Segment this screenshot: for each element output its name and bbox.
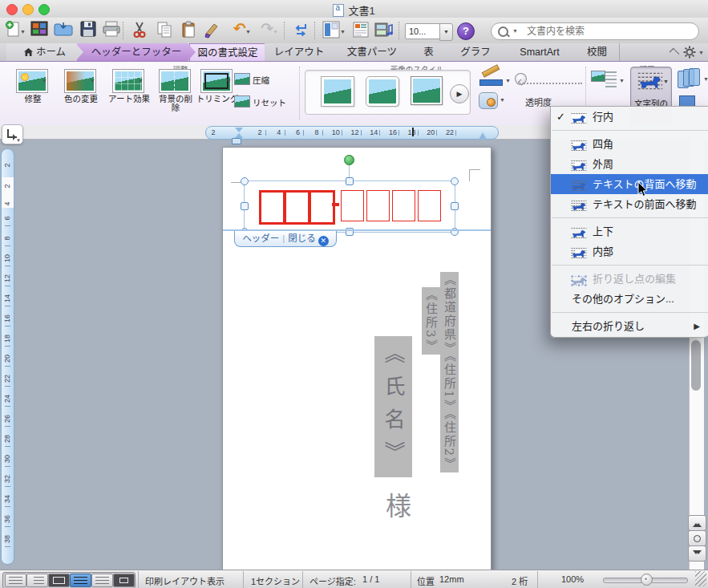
search-field[interactable]: ▼ (491, 22, 699, 40)
position-button[interactable] (589, 69, 623, 93)
zoom-combobox[interactable]: 10... (405, 23, 440, 39)
tab-layout[interactable]: レイアウト (265, 43, 334, 61)
reorder-dropdown[interactable]: ▼ (703, 76, 708, 82)
print-layout-view-button[interactable] (70, 574, 91, 587)
outline-view-button[interactable] (26, 574, 48, 587)
format-painter-button[interactable] (202, 21, 223, 40)
reset-button[interactable]: リセット (234, 95, 295, 112)
merge-field-name[interactable]: 《氏名》 (374, 336, 412, 477)
cut-button[interactable] (129, 21, 150, 40)
corrections-button[interactable]: ▼修整 (8, 70, 58, 120)
select-browse-object-button[interactable] (688, 530, 706, 546)
title-bar[interactable]: 文書1 (0, 0, 708, 18)
header-tab[interactable]: ヘッダー|閉じる✕ (234, 231, 337, 247)
more-styles-button[interactable]: ▶ (450, 84, 469, 103)
tab-table[interactable]: 表 (411, 43, 447, 61)
tab-picture-format[interactable]: 図の書式設定 (189, 43, 266, 62)
align-button[interactable] (679, 95, 695, 107)
tab-document-elements[interactable]: 文書パーツ (334, 43, 411, 61)
menu-item-top-bottom[interactable]: 上下 (551, 221, 708, 241)
vertical-scrollbar-thumb[interactable] (691, 340, 701, 391)
picture-style-2[interactable] (366, 77, 399, 106)
picture-style-1[interactable] (322, 77, 354, 106)
horizontal-ruler[interactable]: 2246810121416182022 (205, 126, 499, 140)
merge-field-address3[interactable]: 《住所3》 (422, 287, 440, 355)
form-gallery-button[interactable] (350, 21, 371, 40)
rotation-handle[interactable] (344, 155, 354, 165)
tab-chart[interactable]: グラフ (447, 43, 505, 61)
help-button[interactable]: ? (457, 22, 475, 40)
right-indent-marker[interactable] (479, 128, 487, 140)
ribbon-settings-dropdown[interactable]: ▼ (698, 50, 704, 55)
close-header-icon[interactable]: ✕ (318, 236, 329, 246)
document-page[interactable]: ヘッダー|閉じる✕ 《都道府県》《住所1》《住所2》 《住所3》 《氏名》 様 (222, 147, 492, 588)
tab-review[interactable]: 校閲 (575, 43, 620, 61)
artistic-effects-button[interactable]: ▼アート効果 (104, 70, 154, 120)
new-document-dropdown[interactable]: ▼ (20, 29, 26, 34)
reorder-objects-button[interactable] (678, 68, 706, 91)
save-button[interactable] (78, 21, 99, 40)
columns-layout-dropdown[interactable]: ▼ (340, 29, 346, 34)
tab-smartart[interactable]: SmartArt (504, 43, 576, 61)
tab-home[interactable]: ホーム (6, 43, 83, 61)
ribbon-settings-gear-icon[interactable] (683, 46, 696, 62)
menu-item-through[interactable]: 内部 (551, 241, 708, 262)
picture-effects-dropdown[interactable]: ▼ (500, 97, 505, 103)
zoom-slider-knob[interactable] (641, 574, 653, 586)
open-button[interactable] (53, 21, 74, 40)
transparency-slider[interactable] (515, 73, 584, 89)
undo-dropdown[interactable]: ▼ (245, 29, 251, 34)
menu-item-square[interactable]: 四角 (551, 134, 708, 154)
header-close-label[interactable]: 閉じる (288, 233, 316, 243)
corrections-dropdown[interactable]: ▼ (42, 78, 47, 83)
menu-item-more-options[interactable]: その他のオプション... (551, 289, 708, 309)
insert-break-button[interactable] (291, 21, 312, 40)
position-dropdown[interactable]: ▼ (619, 78, 625, 83)
notebook-view-button[interactable] (91, 574, 113, 587)
artistic-effects-dropdown[interactable]: ▼ (138, 78, 144, 83)
media-browser-button[interactable] (374, 21, 394, 40)
publishing-view-button[interactable] (48, 574, 70, 587)
paste-button[interactable] (178, 21, 199, 40)
picture-border-dropdown[interactable]: ▼ (505, 78, 511, 83)
window-resize-grip[interactable] (695, 571, 706, 586)
honorific-text[interactable]: 様 (378, 493, 415, 518)
picture-effects-button[interactable] (479, 92, 498, 109)
selection-handle-nw[interactable] (241, 177, 249, 185)
compress-button[interactable]: 圧縮 (234, 73, 295, 89)
previous-page-button[interactable] (688, 515, 706, 531)
section-text: 1セクション (251, 574, 300, 587)
focus-view-button[interactable] (113, 574, 135, 587)
tab-header-footer[interactable]: ヘッダーとフッター (77, 43, 196, 61)
print-button[interactable] (101, 21, 122, 40)
next-page-button[interactable] (688, 545, 706, 562)
merge-field-address[interactable]: 《都道府県》《住所1》《住所2》 (440, 272, 459, 472)
search-input[interactable] (525, 24, 689, 39)
recolor-button[interactable]: ▼色の変更 (56, 70, 106, 120)
menu-item-inline[interactable]: ✓行内 (551, 107, 708, 127)
left-indent-box-marker[interactable] (232, 138, 241, 144)
picture-border-button[interactable] (479, 71, 502, 86)
selection-handle-n[interactable] (346, 177, 354, 185)
selection-handle-w[interactable] (241, 202, 249, 210)
menu-item-tight[interactable]: 外周 (551, 154, 708, 174)
menu-item-front-of-text[interactable]: テキストの前面へ移動 (551, 194, 708, 214)
search-scope-dropdown[interactable]: ▼ (512, 28, 518, 34)
columns-layout-button[interactable] (321, 21, 342, 40)
indent-marker[interactable] (235, 128, 243, 138)
draft-view-button[interactable] (5, 574, 26, 587)
crop-dropdown[interactable]: ▼ (226, 78, 232, 83)
vertical-ruler[interactable]: 22468101214161820222426283032343638 (1, 148, 14, 565)
menu-item-left-right-wrap[interactable]: 左右の折り返し▶ (551, 316, 708, 336)
tab-stop-selector[interactable]: ▼ (2, 124, 23, 144)
menu-item-behind-text[interactable]: テキストの背面へ移動 (551, 174, 708, 194)
elements-gallery-button[interactable] (29, 21, 50, 40)
ribbon-collapse-button[interactable] (670, 48, 680, 59)
picture-style-3[interactable] (411, 77, 442, 104)
copy-button[interactable] (154, 21, 175, 40)
selection-handle-ne[interactable] (451, 177, 459, 185)
ruler-number: 38 (3, 533, 13, 545)
selection-handle-e[interactable] (451, 202, 459, 210)
recolor-dropdown[interactable]: ▼ (90, 78, 95, 83)
zoom-dropdown[interactable]: ▼ (439, 23, 453, 41)
